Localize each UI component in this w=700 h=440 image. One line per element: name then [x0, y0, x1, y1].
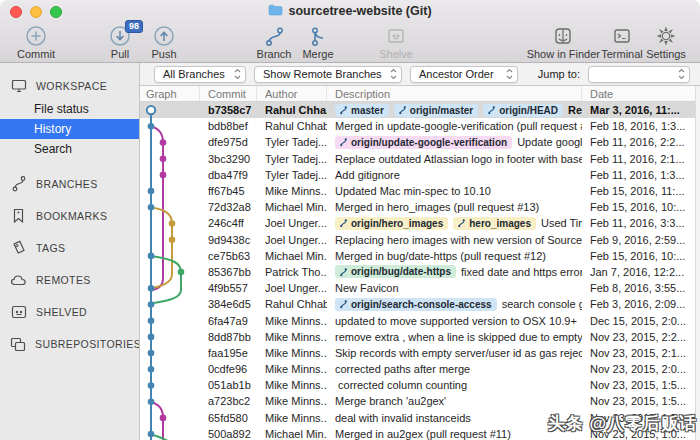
- commit-author: Rahul Chhab...: [257, 298, 327, 310]
- graph-cell: [140, 102, 200, 118]
- commit-description: origin/bug/date-httpsfixed date and http…: [327, 265, 582, 278]
- sidebar-section-subrepositories[interactable]: SUBREPOSITORIES: [0, 331, 139, 357]
- sidebar-section-remotes[interactable]: REMOTES: [0, 267, 139, 293]
- titlebar[interactable]: sourcetree-website (Git): [0, 0, 700, 22]
- commit-date: Feb 11, 2016, 1:3...: [582, 169, 700, 181]
- column-header-commit[interactable]: Commit: [200, 86, 257, 101]
- commit-hash: 051ab1b: [200, 379, 257, 391]
- table-row[interactable]: 051ab1bMike Minns... corrected column co…: [140, 377, 700, 393]
- column-header-date[interactable]: Date: [582, 86, 700, 101]
- commit-hash: 65fd580: [200, 412, 257, 424]
- commit-date: Nov 23, 2015, 1:5...: [582, 379, 700, 391]
- sidebar-item-history[interactable]: History: [0, 119, 139, 139]
- commit-message: Replace outdated Atlassian logo in foote…: [335, 153, 582, 165]
- table-row[interactable]: dfe975dTyler Tadej...origin/update-googl…: [140, 134, 700, 150]
- table-row[interactable]: ce75b63Michael Min...Merged in bug/date-…: [140, 248, 700, 264]
- settings-label: Settings: [646, 48, 686, 60]
- column-header-author[interactable]: Author: [257, 86, 327, 101]
- workspace-icon: [10, 79, 27, 93]
- shelve-icon: [385, 23, 407, 48]
- table-row[interactable]: bdb8befRahul Chhab...Merged in update-go…: [140, 118, 700, 134]
- graph-cell: [140, 151, 200, 167]
- order-filter-dropdown[interactable]: Ancestor Order: [410, 66, 518, 83]
- commit-date: Feb 11, 2016, 2:1...: [582, 153, 700, 165]
- show-in-finder-button[interactable]: Show in Finder: [527, 23, 600, 60]
- sidebar-item-file-status[interactable]: File status: [0, 99, 139, 119]
- sidebar-section-bookmarks[interactable]: * BOOKMARKS: [0, 203, 139, 229]
- graph-cell: [140, 199, 200, 215]
- table-row[interactable]: 246c4ffJoel Unger...origin/hero_imageshe…: [140, 215, 700, 231]
- folder-icon: [268, 4, 283, 19]
- window-title-text: sourcetree-website (Git): [288, 4, 431, 18]
- jump-to-label: Jump to:: [538, 68, 580, 80]
- branch-badge: origin/search-console-access: [335, 298, 497, 311]
- graph-cell: [140, 393, 200, 409]
- merge-label: Merge: [302, 48, 333, 60]
- table-row[interactable]: 9d9438cJoel Unger...Replacing hero image…: [140, 232, 700, 248]
- jump-to-dropdown[interactable]: [588, 66, 690, 83]
- commit-message: Skip records with empty server/user id a…: [335, 347, 582, 359]
- push-button[interactable]: Push: [142, 23, 186, 60]
- sidebar-section-shelved[interactable]: SHELVED: [0, 299, 139, 325]
- push-label: Push: [151, 48, 176, 60]
- commit-description: Replacing hero images with new version o…: [327, 234, 582, 246]
- commit-label: Commit: [17, 48, 55, 60]
- commit-date: Feb 15, 2016, 10:...: [582, 250, 700, 262]
- graph-cell: [140, 329, 200, 345]
- zoom-button[interactable]: [50, 6, 62, 18]
- table-row[interactable]: ff67b45Mike Minns...Updated Mac min-spec…: [140, 183, 700, 199]
- table-row[interactable]: 85367bbPatrick Tho...origin/bug/date-htt…: [140, 264, 700, 280]
- table-header: Graph Commit Author Description Date: [140, 86, 700, 102]
- pull-button[interactable]: 98 Pull: [98, 23, 142, 60]
- remote-filter-dropdown[interactable]: Show Remote Branches: [254, 66, 402, 83]
- graph-cell: [140, 296, 200, 312]
- table-row[interactable]: 6fa47a9Mike Minns...updated to move supp…: [140, 312, 700, 328]
- terminal-button[interactable]: Terminal: [600, 23, 644, 60]
- graph-cell: [140, 426, 200, 440]
- table-row[interactable]: faa195eMike Minns...Skip records with em…: [140, 345, 700, 361]
- commit-author: Mike Minns...: [257, 315, 327, 327]
- column-header-description[interactable]: Description: [327, 86, 582, 101]
- commit-description: Merged in update-google-verification (pu…: [327, 120, 582, 132]
- sidebar-section-workspace[interactable]: WORKSPACE: [0, 73, 139, 99]
- table-row[interactable]: b7358c7Rahul Chha...masterorigin/mastero…: [140, 102, 700, 118]
- sidebar: WORKSPACE File status History Search BRA…: [0, 63, 140, 440]
- table-row[interactable]: 3bc3290Tyler Tadej...Replace outdated At…: [140, 151, 700, 167]
- sidebar-section-branches[interactable]: BRANCHES: [0, 171, 139, 197]
- commit-author: Mike Minns...: [257, 185, 327, 197]
- close-button[interactable]: [10, 6, 22, 18]
- sidebar-section-label: WORKSPACE: [36, 80, 107, 92]
- sidebar-item-search[interactable]: Search: [0, 139, 139, 159]
- commit-author: Tyler Tadej...: [257, 136, 327, 148]
- sidebar-section-tags[interactable]: TAGS: [0, 235, 139, 261]
- commit-author: Mike Minns...: [257, 347, 327, 359]
- table-row[interactable]: 8dd87bbMike Minns...remove extra , when …: [140, 329, 700, 345]
- table-row[interactable]: dba47f9Tyler Tadej...Add gitignoreFeb 11…: [140, 167, 700, 183]
- branch-icon: [457, 218, 466, 228]
- commit-message: corrected column counting: [335, 379, 467, 391]
- commit-author: Mike Minns...: [257, 331, 327, 343]
- table-row[interactable]: a723bc2Mike Minns...Merge branch 'au2gex…: [140, 393, 700, 409]
- branch-button[interactable]: Branch: [252, 23, 296, 60]
- commit-message: Removing ol...: [568, 104, 582, 116]
- sidebar-section-label: SHELVED: [36, 306, 87, 318]
- merge-button[interactable]: Merge: [296, 23, 340, 60]
- subrepositories-icon: [10, 337, 26, 352]
- commit-button[interactable]: Commit: [14, 23, 58, 60]
- toolbar: Commit 98 Pull Push Bra: [0, 22, 700, 62]
- graph-cell: [140, 183, 200, 199]
- vertical-scrollbar[interactable]: [695, 86, 700, 440]
- table-row[interactable]: 72d32a8Michael Min...Merged in hero_imag…: [140, 199, 700, 215]
- table-row[interactable]: 384e6d5Rahul Chhab...origin/search-conso…: [140, 296, 700, 312]
- minimize-button[interactable]: [30, 6, 42, 18]
- column-header-graph[interactable]: Graph: [140, 86, 200, 101]
- branch-filter-dropdown[interactable]: All Branches: [154, 66, 246, 83]
- commit-hash: ce75b63: [200, 250, 257, 262]
- settings-button[interactable]: Settings: [644, 23, 688, 60]
- commit-message: corrected paths after merge: [335, 363, 470, 375]
- finder-icon: [552, 23, 574, 48]
- table-row[interactable]: 4f9b557Joel Unger...New FaviconFeb 8, 20…: [140, 280, 700, 296]
- branch-icon: [263, 23, 285, 48]
- commit-author: Michael Min...: [257, 201, 327, 213]
- table-row[interactable]: 0cdfe96Mike Minns...corrected paths afte…: [140, 361, 700, 377]
